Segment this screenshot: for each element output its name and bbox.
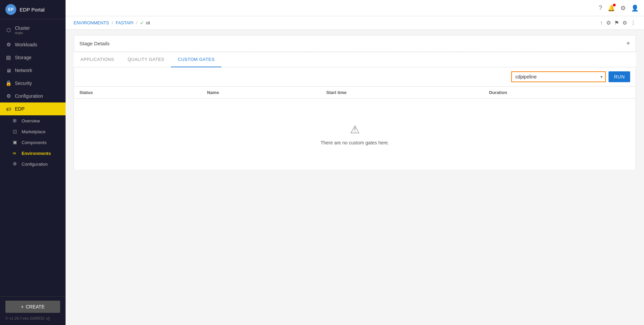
- tab-applications[interactable]: APPLICATIONS: [74, 52, 121, 67]
- breadcrumb-sit: sit: [146, 20, 150, 25]
- th-name: Name: [202, 87, 321, 99]
- security-label: Security: [15, 80, 32, 86]
- components-label: Components: [22, 140, 47, 145]
- account-icon[interactable]: 👤: [631, 4, 639, 12]
- help-icon[interactable]: ?: [599, 4, 602, 11]
- sidebar-item-configuration[interactable]: ⚙ Configuration: [0, 90, 66, 102]
- app-logo: EP: [5, 4, 16, 15]
- table-section: cdpipeline RUN Status Name Start time Du…: [74, 67, 636, 170]
- sidebar-header: EP EDP Portal: [0, 0, 66, 19]
- sidebar-item-edp[interactable]: 🏷 EDP: [0, 102, 66, 115]
- environments-icon: ∞: [13, 150, 18, 156]
- breadcrumb-more-icon[interactable]: ⋮: [630, 20, 636, 26]
- security-icon: 🔒: [5, 80, 11, 86]
- breadcrumb-sep1: /: [112, 20, 113, 25]
- stage-details-title: Stage Details: [79, 41, 109, 46]
- create-label: CREATE: [26, 304, 45, 309]
- network-label: Network: [15, 68, 32, 73]
- version-icon: ©: [5, 316, 8, 320]
- version-number: v1.26.7-eks-2d98532: [9, 316, 44, 320]
- sidebar-footer: + CREATE © v1.26.7-eks-2d98532 ◁: [0, 296, 66, 325]
- sidebar-item-components[interactable]: ▣ Components: [0, 137, 66, 148]
- pipeline-select-wrapper: cdpipeline: [511, 71, 606, 82]
- filter-bar: cdpipeline RUN: [74, 67, 636, 86]
- stage-card-header: Stage Details +: [74, 36, 636, 52]
- sidebar-item-overview[interactable]: ⊞ Overview: [0, 115, 66, 126]
- tab-custom-gates[interactable]: CUSTOM GATES: [171, 52, 221, 67]
- breadcrumb-sep2: /: [136, 20, 138, 25]
- workloads-label: Workloads: [15, 42, 37, 47]
- run-button[interactable]: RUN: [609, 71, 630, 82]
- sidebar-item-edp-configuration[interactable]: ⚙ Configuration: [0, 159, 66, 169]
- sidebar-item-security[interactable]: 🔒 Security: [0, 77, 66, 90]
- stage-details-card: Stage Details +: [74, 35, 636, 52]
- breadcrumb-actions: ↑ ⚙ ⚑ ⚙ ⋮: [600, 20, 636, 26]
- network-icon: 🖥: [5, 67, 11, 73]
- version-info: © v1.26.7-eks-2d98532 ◁: [5, 316, 60, 321]
- collapse-icon[interactable]: ◁: [46, 316, 49, 321]
- tab-quality-gates[interactable]: QUALITY GATES: [121, 52, 171, 67]
- empty-state-cell: ⚠ There are no custom gates here.: [74, 99, 636, 170]
- settings-icon[interactable]: ⚙: [620, 4, 626, 12]
- th-start-time: Start time: [321, 87, 484, 99]
- table-body: ⚠ There are no custom gates here.: [74, 99, 636, 170]
- cluster-sub: main: [15, 31, 30, 35]
- overview-label: Overview: [22, 118, 40, 123]
- breadcrumb-upload-icon[interactable]: ↑: [600, 20, 603, 26]
- marketplace-label: Marketplace: [22, 129, 46, 134]
- app-title: EDP Portal: [20, 7, 45, 13]
- cluster-icon: ⬡: [5, 27, 11, 33]
- table-header-row: Status Name Start time Duration: [74, 87, 636, 99]
- notification-dot: [613, 4, 616, 6]
- cluster-label: Cluster: [15, 25, 30, 31]
- environments-label: Environments: [22, 151, 51, 156]
- storage-label: Storage: [15, 55, 31, 60]
- edp-configuration-label: Configuration: [22, 162, 48, 167]
- breadcrumb-fastapi[interactable]: FASTAPI: [116, 20, 133, 25]
- th-duration: Duration: [484, 87, 636, 99]
- breadcrumb-flag-icon[interactable]: ⚑: [614, 20, 619, 26]
- breadcrumb-config-icon[interactable]: ⚙: [622, 20, 627, 26]
- sidebar-item-marketplace[interactable]: ◫ Marketplace: [0, 126, 66, 137]
- edp-configuration-icon: ⚙: [13, 161, 18, 167]
- create-button[interactable]: + CREATE: [5, 301, 60, 313]
- breadcrumb-settings-icon[interactable]: ⚙: [606, 20, 611, 26]
- custom-gates-table: Status Name Start time Duration ⚠ There …: [74, 86, 636, 170]
- sidebar-item-storage[interactable]: ▤ Storage: [0, 51, 66, 64]
- sidebar-item-cluster[interactable]: ⬡ Cluster main: [0, 22, 66, 38]
- pipeline-select[interactable]: cdpipeline: [511, 71, 606, 82]
- main-content: ? 🔔 ⚙ 👤 ENVIRONMENTS / FASTAPI / ✓ sit ↑…: [66, 0, 644, 325]
- sidebar-nav: ⬡ Cluster main ⚙ Workloads ▤ Storage 🖥 N…: [0, 19, 66, 296]
- marketplace-icon: ◫: [13, 129, 18, 134]
- configuration-label: Configuration: [15, 93, 43, 99]
- breadcrumb-check-icon: ✓: [140, 20, 144, 26]
- sidebar-item-environments[interactable]: ∞ Environments: [0, 148, 66, 159]
- topbar: ? 🔔 ⚙ 👤: [66, 0, 644, 16]
- breadcrumb-current: ✓ sit: [140, 20, 150, 26]
- empty-state: ⚠ There are no custom gates here.: [79, 103, 630, 166]
- table-row-empty: ⚠ There are no custom gates here.: [74, 99, 636, 170]
- edp-icon: 🏷: [5, 106, 11, 112]
- th-status: Status: [74, 87, 202, 99]
- breadcrumb-bar: ENVIRONMENTS / FASTAPI / ✓ sit ↑ ⚙ ⚑ ⚙ ⋮: [66, 16, 644, 30]
- components-icon: ▣: [13, 140, 18, 145]
- storage-icon: ▤: [5, 54, 11, 61]
- edp-label: EDP: [15, 106, 25, 112]
- sidebar-item-workloads[interactable]: ⚙ Workloads: [0, 38, 66, 51]
- create-plus-icon: +: [21, 304, 24, 309]
- sidebar: EP EDP Portal ⬡ Cluster main ⚙ Workloads…: [0, 0, 66, 325]
- breadcrumb-environments[interactable]: ENVIRONMENTS: [74, 20, 109, 25]
- stage-expand-icon[interactable]: +: [626, 40, 630, 47]
- empty-message: There are no custom gates here.: [320, 140, 389, 145]
- content-area: ENVIRONMENTS / FASTAPI / ✓ sit ↑ ⚙ ⚑ ⚙ ⋮…: [66, 16, 644, 325]
- sidebar-item-network[interactable]: 🖥 Network: [0, 64, 66, 77]
- configuration-icon: ⚙: [5, 93, 11, 99]
- table-header: Status Name Start time Duration: [74, 87, 636, 99]
- breadcrumb: ENVIRONMENTS / FASTAPI / ✓ sit: [74, 20, 150, 26]
- notifications-icon[interactable]: 🔔: [608, 4, 615, 12]
- workloads-icon: ⚙: [5, 42, 11, 48]
- tabs-bar: APPLICATIONS QUALITY GATES CUSTOM GATES: [74, 52, 636, 67]
- warning-icon: ⚠: [350, 123, 360, 136]
- overview-icon: ⊞: [13, 118, 18, 123]
